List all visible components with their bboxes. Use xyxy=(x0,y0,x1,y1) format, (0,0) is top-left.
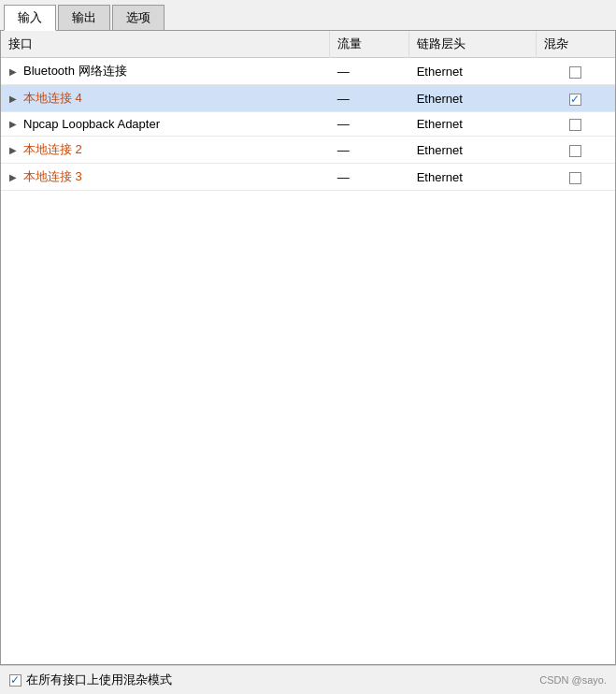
promisc-all-wrap[interactable]: 在所有接口上使用混杂模式 xyxy=(9,672,172,688)
promisc-all-label: 在所有接口上使用混杂模式 xyxy=(26,672,172,688)
link-type-cell: Ethernet xyxy=(409,164,537,191)
iface-name-cell: ▶Npcap Loopback Adapter xyxy=(1,112,330,137)
link-type-cell: Ethernet xyxy=(409,85,537,112)
table-row[interactable]: ▶本地连接 3—Ethernet xyxy=(1,164,615,191)
promisc-cell xyxy=(537,137,615,164)
tab-output[interactable]: 输出 xyxy=(58,5,110,31)
table-row[interactable]: ▶Npcap Loopback Adapter—Ethernet xyxy=(1,112,615,137)
content-area: 接口 流量 链路层头 混杂 ▶Bluetooth 网络连接—Ethernet▶本… xyxy=(0,31,616,665)
promisc-cell xyxy=(537,164,615,191)
iface-name-label: Bluetooth 网络连接 xyxy=(23,63,127,80)
empty-area xyxy=(1,191,615,664)
promisc-checkbox[interactable] xyxy=(569,172,581,184)
promisc-cell xyxy=(537,112,615,137)
col-header-iface: 接口 xyxy=(1,31,330,58)
traffic-cell: — xyxy=(330,164,409,191)
tab-input[interactable]: 输入 xyxy=(4,5,56,31)
iface-name-cell: ▶本地连接 2 xyxy=(1,137,330,164)
table-row[interactable]: ▶本地连接 4—Ethernet xyxy=(1,85,615,112)
table-row[interactable]: ▶Bluetooth 网络连接—Ethernet xyxy=(1,58,615,85)
promisc-checkbox[interactable] xyxy=(569,66,581,79)
traffic-cell: — xyxy=(330,112,409,137)
tab-options[interactable]: 选项 xyxy=(112,5,165,31)
watermark: CSDN @sayo. xyxy=(539,674,607,686)
promisc-checkbox[interactable] xyxy=(569,145,581,157)
traffic-cell: — xyxy=(330,137,409,164)
expand-arrow-icon[interactable]: ▶ xyxy=(8,172,18,181)
promisc-checkbox[interactable] xyxy=(569,94,581,106)
iface-name-cell: ▶Bluetooth 网络连接 xyxy=(1,58,330,85)
bottom-left: 在所有接口上使用混杂模式 xyxy=(9,672,172,688)
promisc-checkbox[interactable] xyxy=(569,119,581,131)
main-window: 输入输出选项 接口 流量 链路层头 混杂 ▶Bluetooth 网络连接—Eth… xyxy=(0,0,616,694)
link-type-cell: Ethernet xyxy=(409,112,537,137)
tab-bar: 输入输出选项 xyxy=(0,0,616,31)
traffic-cell: — xyxy=(330,85,409,112)
traffic-cell: — xyxy=(330,58,409,85)
link-type-cell: Ethernet xyxy=(409,58,537,85)
col-header-promisc: 混杂 xyxy=(537,31,615,58)
iface-name-label: 本地连接 2 xyxy=(23,141,82,158)
promisc-cell xyxy=(537,85,615,112)
promisc-cell xyxy=(537,58,615,85)
expand-arrow-icon[interactable]: ▶ xyxy=(8,66,18,76)
expand-arrow-icon[interactable]: ▶ xyxy=(8,94,18,103)
iface-name-cell: ▶本地连接 3 xyxy=(1,164,330,191)
iface-name-label: Npcap Loopback Adapter xyxy=(23,117,160,131)
link-type-cell: Ethernet xyxy=(409,137,537,164)
expand-arrow-icon[interactable]: ▶ xyxy=(8,145,18,154)
table-row[interactable]: ▶本地连接 2—Ethernet xyxy=(1,137,615,164)
col-header-linktype: 链路层头 xyxy=(409,31,537,58)
expand-arrow-icon[interactable]: ▶ xyxy=(8,120,18,129)
iface-name-cell: ▶本地连接 4 xyxy=(1,85,330,112)
bottom-bar: 在所有接口上使用混杂模式 CSDN @sayo. xyxy=(0,665,616,694)
iface-name-label: 本地连接 3 xyxy=(23,168,82,185)
promisc-all-checkbox[interactable] xyxy=(9,674,21,687)
interface-table: 接口 流量 链路层头 混杂 ▶Bluetooth 网络连接—Ethernet▶本… xyxy=(1,31,615,191)
col-header-traffic: 流量 xyxy=(330,31,409,58)
iface-name-label: 本地连接 4 xyxy=(23,90,82,107)
